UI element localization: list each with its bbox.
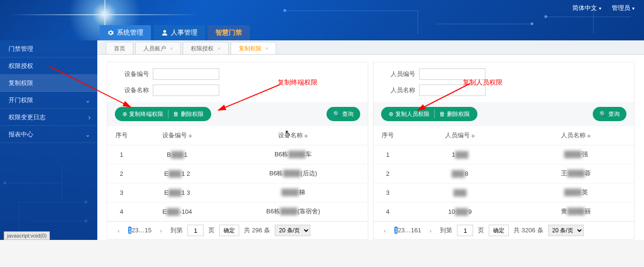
copy-person-button[interactable]: ⊕复制人员权限 xyxy=(384,110,434,118)
sidebar-item-log[interactable]: 权限变更日志 xyxy=(0,109,97,126)
pager-size-select[interactable]: 20 条/页 xyxy=(548,225,584,236)
chevron-down-icon: ▾ xyxy=(632,6,635,11)
trash-icon: 🗑 xyxy=(439,111,445,117)
nav-system-label: 系统管理 xyxy=(117,29,143,37)
th-seq[interactable]: 序号 xyxy=(373,126,402,145)
cell-code: B███1 xyxy=(136,145,219,164)
person-icon xyxy=(161,29,168,36)
btn-label: 复制人员权限 xyxy=(395,110,429,118)
delete-person-button[interactable]: 🗑删除权限 xyxy=(435,110,475,118)
th-device-name[interactable]: 设备名称◆ xyxy=(219,126,368,145)
table-row[interactable]: 4E███-104B6栋████(靠宿舍) xyxy=(107,202,368,221)
pager-page[interactable]: … xyxy=(139,227,145,234)
person-code-input[interactable] xyxy=(419,68,485,80)
person-name-input[interactable] xyxy=(419,85,485,96)
sidebar-item-access[interactable]: 门禁管理 xyxy=(0,40,97,57)
pager-page[interactable]: 3 xyxy=(135,227,138,234)
th-device-code[interactable]: 设备编号◆ xyxy=(136,126,219,145)
tab-copy[interactable]: 复制权限× xyxy=(231,42,276,54)
sidebar-item-report[interactable]: 报表中心 xyxy=(0,126,97,143)
nav-smart[interactable]: 智慧门禁 xyxy=(208,25,250,40)
cell-seq: 2 xyxy=(373,164,402,183)
cell-name: 王████蓉 xyxy=(518,164,635,183)
sort-icon: ◆ xyxy=(188,133,192,138)
cell-seq: 1 xyxy=(373,145,402,164)
device-name-input[interactable] xyxy=(153,85,219,96)
btn-label: 复制终端权限 xyxy=(129,110,163,118)
statusbar: javascript:void(0) xyxy=(4,231,50,240)
tab-home[interactable]: 首页 xyxy=(106,42,133,54)
pager-page[interactable]: 3 xyxy=(401,227,404,234)
table-row[interactable]: 2E███1 2B6栋████(后边) xyxy=(107,164,368,183)
person-action-pill: ⊕复制人员权限 🗑删除权限 xyxy=(381,107,477,121)
pager-page[interactable]: … xyxy=(405,227,411,234)
pager-size-select[interactable]: 20 条/页 xyxy=(275,225,310,236)
user-menu[interactable]: 管理员▾ xyxy=(612,4,635,12)
table-row[interactable]: 1B███1B6栋████车 xyxy=(107,145,368,164)
device-name-label: 设备名称 xyxy=(116,86,149,95)
pager-total: 共 3206 条 xyxy=(513,226,543,235)
close-icon[interactable]: × xyxy=(170,46,173,51)
copy-terminal-button[interactable]: ⊕复制终端权限 xyxy=(118,110,168,118)
cell-name: B6栋████(靠宿舍) xyxy=(219,202,368,221)
cell-name: 黄████丽 xyxy=(518,202,635,221)
tab-label: 首页 xyxy=(114,45,125,52)
language-selector[interactable]: 简体中文▾ xyxy=(572,4,601,12)
pager-goto-label: 到第 xyxy=(440,226,452,235)
person-search-button[interactable]: 🔍查询 xyxy=(593,107,626,121)
sort-icon: ◆ xyxy=(587,133,591,138)
pager-page[interactable]: 161 xyxy=(411,227,421,234)
chevron-down-icon xyxy=(85,92,91,109)
tab-label: 权限授权 xyxy=(191,45,214,52)
tab-label: 复制权限 xyxy=(239,45,261,52)
table-row[interactable]: 2███8王████蓉 xyxy=(373,164,634,183)
pager-next[interactable]: › xyxy=(156,227,166,234)
device-code-label: 设备编号 xyxy=(116,70,149,78)
content-area: 设备编号 设备名称 ⊕复制终端权限 🗑删除权限 🔍查询 序号 设备编号◆ 设备 xyxy=(97,55,644,240)
pager-goto-input[interactable] xyxy=(187,225,204,236)
pager-prev[interactable]: ‹ xyxy=(380,227,390,234)
cell-name: ████英 xyxy=(518,183,635,202)
cell-seq: 3 xyxy=(373,183,402,202)
table-row[interactable]: 3E███1 3████梯 xyxy=(107,183,368,202)
btn-label: 查询 xyxy=(608,110,620,118)
btn-label: 查询 xyxy=(342,110,354,118)
close-icon[interactable]: × xyxy=(265,46,268,51)
cell-name: B6栋████(后边) xyxy=(219,164,368,183)
th-person-name[interactable]: 人员名称◆ xyxy=(518,126,635,145)
sidebar-item-open[interactable]: 开门权限 xyxy=(0,92,97,109)
app-header: 简体中文▾ 管理员▾ 系统管理 人事管理 智慧门禁 xyxy=(0,0,644,40)
table-row[interactable]: 3███████英 xyxy=(373,183,634,202)
table-row[interactable]: 11███████强 xyxy=(373,145,634,164)
sidebar-label: 权限变更日志 xyxy=(9,114,46,121)
pager-goto-input[interactable] xyxy=(457,225,473,236)
device-code-input[interactable] xyxy=(153,68,219,80)
sidebar-label: 权限授权 xyxy=(9,62,33,69)
sidebar: 门禁管理 权限授权 复制权限 开门权限 权限变更日志 报表中心 xyxy=(0,40,97,240)
close-icon[interactable]: × xyxy=(217,46,220,51)
pager-goto-label: 到第 xyxy=(170,226,183,235)
th-person-code[interactable]: 人员编号◆ xyxy=(402,126,518,145)
nav-hr[interactable]: 人事管理 xyxy=(154,25,205,40)
nav-system[interactable]: 系统管理 xyxy=(100,25,151,40)
pager-page[interactable]: 15 xyxy=(145,227,151,234)
pager-ok-button[interactable]: 确定 xyxy=(219,225,239,236)
sort-icon: ◆ xyxy=(304,133,308,138)
cell-seq: 1 xyxy=(107,145,136,164)
table-row[interactable]: 410███9黄████丽 xyxy=(373,202,634,221)
pager-prev[interactable]: ‹ xyxy=(114,227,123,234)
cell-code: E███-104 xyxy=(136,202,219,221)
sidebar-item-copy[interactable]: 复制权限 xyxy=(0,75,97,92)
th-seq[interactable]: 序号 xyxy=(107,126,136,145)
device-search-button[interactable]: 🔍查询 xyxy=(327,107,360,121)
sidebar-item-auth[interactable]: 权限授权 xyxy=(0,57,97,75)
pager-unit: 页 xyxy=(478,226,484,235)
tab-auth[interactable]: 权限授权× xyxy=(183,42,228,54)
delete-terminal-button[interactable]: 🗑删除权限 xyxy=(168,110,208,118)
plus-circle-icon: ⊕ xyxy=(389,111,393,117)
pager-ok-button[interactable]: 确定 xyxy=(489,225,509,236)
cell-name: ████强 xyxy=(518,145,635,164)
pager-next[interactable]: › xyxy=(426,227,435,234)
tab-accounts[interactable]: 人员账户× xyxy=(135,42,181,54)
search-icon: 🔍 xyxy=(599,111,607,117)
